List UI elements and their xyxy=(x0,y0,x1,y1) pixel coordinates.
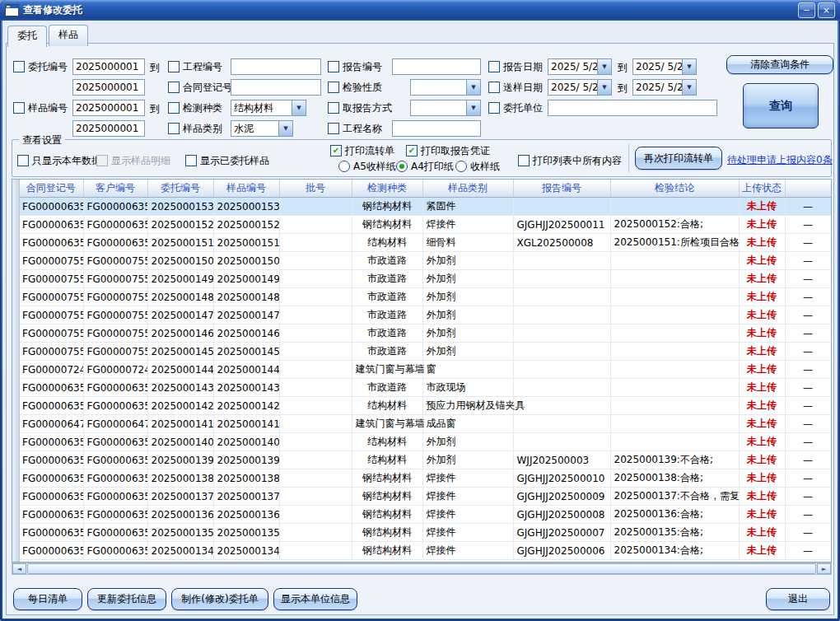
table-cell[interactable]: 2025000143 xyxy=(213,379,279,397)
table-cell[interactable] xyxy=(610,343,739,361)
jianyan-xingzhi-select[interactable]: ▼ xyxy=(410,79,481,96)
table-cell[interactable] xyxy=(513,343,610,361)
table-cell[interactable]: 2025000142 xyxy=(147,397,213,415)
table-cell[interactable]: 2025000145 xyxy=(147,343,213,361)
table-cell[interactable]: — xyxy=(785,288,831,306)
table-cell[interactable] xyxy=(610,288,739,306)
table-cell[interactable]: FG00000635 xyxy=(83,198,147,216)
reprint-flow-button[interactable]: 再次打印流转单 xyxy=(635,147,722,170)
table-cell[interactable]: 2025000136 xyxy=(213,506,279,524)
weituo-no-filter-checkbox[interactable]: ✔ 委托编号 xyxy=(13,58,68,75)
table-cell[interactable]: 市政道路 xyxy=(352,270,422,288)
table-cell[interactable] xyxy=(513,379,610,397)
table-cell[interactable]: — xyxy=(785,343,831,361)
table-cell[interactable]: 2025000144 xyxy=(147,361,213,379)
table-row[interactable]: FG00000635FG0000063520250001532025000153… xyxy=(19,198,831,216)
songyang-date-filter-checkbox[interactable]: ✔ 送样日期 xyxy=(488,79,543,96)
table-row[interactable]: FG00000635FG0000063520250001422025000142… xyxy=(19,397,831,415)
table-cell[interactable]: GJGHJJ202500010 xyxy=(513,469,610,488)
table-cell[interactable]: 2025000135 xyxy=(147,524,213,542)
table-cell[interactable]: FG00000755 xyxy=(83,270,147,288)
table-row[interactable]: FG00000635FG0000063520250001382025000138… xyxy=(19,469,831,488)
table-cell[interactable] xyxy=(279,433,352,451)
table-cell[interactable]: 预应力用钢材及锚夹具 xyxy=(422,397,513,415)
table-cell[interactable]: 2025000134:合格; xyxy=(610,542,739,560)
table-cell[interactable] xyxy=(610,270,739,288)
table-cell[interactable] xyxy=(513,433,610,451)
qu-baogao-select[interactable]: ▼ xyxy=(410,100,481,116)
table-cell[interactable]: 2025000149 xyxy=(213,270,279,288)
songyang-date-from-picker[interactable]: 2025/ 5/28 ▼ xyxy=(548,79,612,96)
table-cell[interactable] xyxy=(513,270,610,288)
table-cell[interactable] xyxy=(279,216,352,234)
table-cell[interactable]: 焊接件 xyxy=(422,216,513,234)
search-button[interactable]: 查询 xyxy=(743,83,819,128)
table-cell[interactable]: 紧固件 xyxy=(422,198,513,216)
table-cell[interactable]: 外加剂 xyxy=(422,288,513,306)
radio-icon[interactable] xyxy=(396,161,408,172)
table-cell[interactable]: 未上传 xyxy=(739,542,785,560)
table-cell[interactable]: 未上传 xyxy=(739,506,785,524)
checkbox-icon[interactable]: ✔ xyxy=(328,123,339,134)
table-cell[interactable]: — xyxy=(785,234,831,252)
chevron-down-icon[interactable]: ▼ xyxy=(466,80,480,95)
table-cell[interactable] xyxy=(279,343,352,361)
table-cell[interactable]: 2025000148 xyxy=(147,288,213,306)
table-cell[interactable]: 2025000141 xyxy=(213,415,279,433)
table-cell[interactable]: 未上传 xyxy=(739,379,785,397)
table-cell[interactable]: 未上传 xyxy=(739,524,785,542)
table-cell[interactable] xyxy=(279,288,352,306)
table-cell[interactable]: FG00000755 xyxy=(83,306,147,325)
table-row[interactable]: FG00000635FG0000063520250001392025000139… xyxy=(19,451,831,469)
table-row[interactable]: FG00000635FG0000063520250001522025000152… xyxy=(19,216,831,234)
pending-report-link[interactable]: 待处理申请上报内容0条 xyxy=(727,153,833,167)
column-header[interactable]: 检测种类 xyxy=(352,180,422,198)
table-cell[interactable]: GJGHJJ202500006 xyxy=(513,542,610,560)
table-cell[interactable]: 2025000153 xyxy=(147,198,213,216)
paper-a4-radio[interactable]: A4打印纸 xyxy=(396,158,454,175)
checkbox-icon[interactable]: ✔ xyxy=(168,102,180,114)
table-row[interactable]: FG00000635FG0000063520250001512025000151… xyxy=(19,234,831,252)
table-row[interactable]: FG00000635FG0000063520250001402025000140… xyxy=(19,433,831,451)
table-cell[interactable]: 2025000147 xyxy=(147,306,213,325)
update-commission-button[interactable]: 更新委托信息 xyxy=(87,588,166,610)
table-cell[interactable]: 未上传 xyxy=(739,361,785,379)
table-cell[interactable]: GJGHJJ202500008 xyxy=(513,506,610,524)
table-cell[interactable]: FG00000635 xyxy=(19,433,83,451)
checkbox-icon[interactable]: ✔ xyxy=(328,61,339,72)
table-cell[interactable]: FG00000755 xyxy=(19,343,83,361)
baogao-no-input[interactable] xyxy=(392,58,481,75)
table-cell[interactable]: FG00000635 xyxy=(83,488,147,506)
column-header[interactable]: 批号 xyxy=(279,180,352,198)
table-cell[interactable]: 2025000146 xyxy=(213,325,279,343)
checkbox-icon[interactable]: ✔ xyxy=(328,102,339,114)
table-cell[interactable]: 2025000151 xyxy=(213,234,279,252)
checkbox-icon[interactable]: ✔ xyxy=(168,82,180,93)
jiance-type-select[interactable]: 结构材料 ▼ xyxy=(231,100,306,116)
table-cell[interactable]: GJGHJJ202500011 xyxy=(513,216,610,234)
table-cell[interactable]: 2025000152:合格; xyxy=(610,216,739,234)
weituo-no-to-input[interactable] xyxy=(72,79,145,96)
table-cell[interactable]: FG00000635 xyxy=(83,433,147,451)
table-cell[interactable]: 未上传 xyxy=(739,451,785,469)
table-cell[interactable]: 外加剂 xyxy=(422,252,513,270)
table-cell[interactable]: 窗 xyxy=(422,361,513,379)
table-cell[interactable]: 未上传 xyxy=(739,234,785,252)
table-cell[interactable]: FG00000635 xyxy=(19,397,83,415)
table-row[interactable]: FG00000755FG0000075520250001462025000146… xyxy=(19,325,831,343)
table-cell[interactable]: FG00000635 xyxy=(19,234,83,252)
table-cell[interactable]: 外加剂 xyxy=(422,343,513,361)
table-cell[interactable]: FG00000724 xyxy=(19,361,83,379)
table-cell[interactable]: 细骨料 xyxy=(422,234,513,252)
checkbox-icon[interactable]: ✔ xyxy=(185,155,197,166)
table-row[interactable]: FG00000755FG0000075520250001452025000145… xyxy=(19,343,831,361)
table-cell[interactable] xyxy=(279,379,352,397)
table-cell[interactable] xyxy=(279,361,352,379)
table-cell[interactable] xyxy=(610,252,739,270)
table-cell[interactable]: 钢结构材料 xyxy=(352,488,422,506)
yangpin-no-to-input[interactable] xyxy=(72,120,145,137)
baogao-date-to-picker[interactable]: 2025/ 5/28 ▼ xyxy=(632,58,697,75)
table-cell[interactable]: — xyxy=(785,542,831,560)
table-cell[interactable]: — xyxy=(785,397,831,415)
table-cell[interactable]: FG00000755 xyxy=(19,288,83,306)
